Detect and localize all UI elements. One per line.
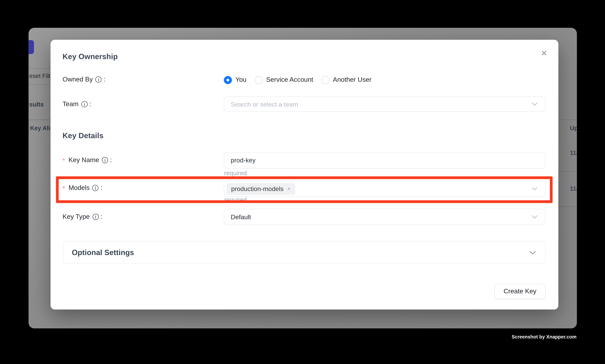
owned-by-label-text: Owned By [63, 76, 93, 83]
radio-option-you[interactable]: You [224, 76, 246, 84]
info-icon[interactable]: i [92, 214, 99, 220]
key-name-input[interactable]: prod-key [224, 152, 546, 169]
chevron-down-icon [532, 187, 538, 190]
required-marker: * [63, 185, 65, 193]
team-select[interactable]: Search or select a team [224, 96, 546, 112]
models-multiselect[interactable]: production-models × [224, 181, 546, 197]
label-colon: : [103, 76, 105, 83]
radio-unselected-icon[interactable] [321, 76, 329, 84]
create-key-modal: ✕ Key Ownership Owned By i : You Service… [51, 40, 558, 310]
radio-selected-icon[interactable] [224, 76, 232, 84]
team-label-text: Team [63, 100, 78, 108]
optional-settings-toggle[interactable]: Optional Settings [63, 241, 546, 264]
radio-label: Service Account [266, 76, 313, 84]
watermark-text: Screenshot by Xnapper.com [512, 334, 577, 340]
team-label: Team i : [63, 98, 91, 111]
info-icon[interactable]: i [81, 101, 87, 107]
reset-filters-button-fragment[interactable]: eset Filt [29, 73, 50, 79]
table-header-updated: Up [570, 125, 577, 131]
models-required-hint: required [224, 196, 247, 203]
results-count-fragment: sults [29, 101, 44, 108]
tag-remove-icon[interactable]: × [287, 186, 291, 192]
section-title-key-details: Key Details [63, 131, 103, 140]
key-type-label-text: Key Type [63, 213, 90, 221]
radio-option-another-user[interactable]: Another User [321, 76, 372, 84]
key-name-value: prod-key [231, 157, 256, 164]
label-colon: : [89, 100, 91, 108]
chevron-down-icon [532, 215, 538, 219]
radio-option-service-account[interactable]: Service Account [255, 76, 313, 84]
key-name-required-hint: required [224, 170, 247, 177]
selected-model-tag-label: production-models [231, 185, 283, 193]
create-key-button[interactable]: Create Key [494, 284, 546, 299]
owned-by-label: Owned By i : [63, 73, 105, 86]
table-cell-date: 11/ [570, 185, 577, 192]
models-label: * Models i : [63, 182, 102, 195]
optional-settings-title: Optional Settings [72, 248, 134, 257]
key-type-label: Key Type i : [63, 210, 102, 223]
radio-label: Another User [333, 76, 372, 84]
radio-label: You [235, 76, 246, 84]
key-type-value: Default [231, 213, 251, 221]
selected-model-tag: production-models × [227, 183, 295, 195]
close-icon[interactable]: ✕ [539, 48, 549, 58]
chevron-down-icon [529, 251, 536, 254]
info-icon[interactable]: i [102, 157, 108, 163]
dimmed-primary-button-fragment [29, 40, 34, 54]
table-cell-date: 11/ [570, 149, 577, 156]
label-colon: : [101, 213, 102, 221]
models-label-text: Models [68, 184, 90, 192]
key-name-label: * Key Name i : [63, 154, 112, 167]
label-colon: : [101, 184, 102, 192]
required-marker: * [63, 157, 65, 165]
table-header-key-alias: Key Alia [30, 125, 53, 131]
info-icon[interactable]: i [95, 77, 102, 83]
team-select-placeholder: Search or select a team [231, 101, 298, 108]
owned-by-radio-group: You Service Account Another User [224, 76, 372, 84]
screenshot-stage: eset Filt sults Key Alia Up 11/ 11/ ✕ Ke… [0, 0, 605, 364]
chevron-down-icon [532, 103, 538, 106]
key-type-select[interactable]: Default [224, 209, 546, 225]
info-icon[interactable]: i [92, 185, 99, 191]
section-title-key-ownership: Key Ownership [63, 52, 118, 61]
label-colon: : [110, 156, 112, 164]
radio-unselected-icon[interactable] [255, 76, 263, 84]
key-name-label-text: Key Name [68, 156, 99, 164]
